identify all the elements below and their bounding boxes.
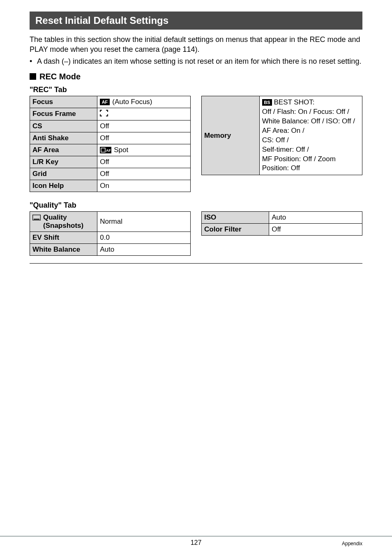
- rec-mode-heading: REC Mode: [30, 72, 362, 81]
- table-row: Grid Off: [30, 168, 191, 180]
- cell-value: AF (Auto Focus): [97, 96, 191, 108]
- rec-left-table: Focus AF (Auto Focus) Focus Frame: [30, 96, 191, 192]
- table-row: ISO Auto: [202, 211, 362, 223]
- table-row: AF Area AF Spot: [30, 144, 191, 156]
- cell-label: Icon Help: [30, 180, 97, 192]
- table-row: Focus Frame: [30, 108, 191, 120]
- intro-text: The tables in this section show the init…: [30, 35, 362, 55]
- svg-text:BS: BS: [264, 100, 270, 105]
- rec-right-col: Memory BS BEST SHOT: Off / Flash: On / F…: [201, 96, 362, 176]
- cell-value: Normal: [97, 211, 191, 232]
- cell-value: BS BEST SHOT: Off / Flash: On / Focus: O…: [259, 96, 362, 175]
- divider: [30, 263, 362, 264]
- cell-label: Focus: [30, 96, 97, 108]
- square-icon: [30, 73, 36, 80]
- table-row: White Balance Auto: [30, 243, 191, 255]
- cell-value: Off: [97, 120, 191, 132]
- rec-left-col: Focus AF (Auto Focus) Focus Frame: [30, 96, 191, 192]
- svg-text:AF: AF: [102, 100, 108, 104]
- cell-value: Off: [97, 132, 191, 144]
- cell-value: Auto: [97, 243, 191, 255]
- cell-label: Anti Shake: [30, 132, 97, 144]
- cell-label: L/R Key: [30, 156, 97, 168]
- rec-right-table: Memory BS BEST SHOT: Off / Flash: On / F…: [201, 96, 362, 176]
- section-banner: Reset Initial Default Settings: [30, 12, 362, 30]
- quality-right-table: ISO Auto Color Filter Off: [201, 211, 362, 236]
- cell-value: AF Spot: [97, 144, 191, 156]
- cell-label: Quality (Snapshots): [30, 211, 97, 232]
- quality-tables: Quality (Snapshots) Normal EV Shift 0.0 …: [30, 211, 362, 256]
- table-row: Focus AF (Auto Focus): [30, 96, 191, 108]
- cell-text: Spot: [114, 146, 128, 154]
- rec-mode-label: REC Mode: [39, 72, 81, 81]
- cell-label: Focus Frame: [30, 108, 97, 120]
- table-row: Memory BS BEST SHOT: Off / Flash: On / F…: [202, 96, 362, 175]
- svg-rect-8: [34, 219, 39, 220]
- cell-value: [97, 108, 191, 120]
- table-row: Anti Shake Off: [30, 132, 191, 144]
- cell-value: Off: [269, 223, 362, 235]
- page-footer: 127 Appendix: [0, 536, 392, 549]
- focus-frame-icon: [100, 110, 108, 116]
- rec-tab-heading: "REC" Tab: [30, 86, 362, 94]
- footer-section: Appendix: [342, 541, 362, 546]
- table-row: EV Shift 0.0: [30, 232, 191, 243]
- cell-label: White Balance: [30, 243, 97, 255]
- cell-value: Off: [97, 168, 191, 180]
- svg-text:AF: AF: [106, 148, 111, 153]
- spot-icon: AF: [100, 147, 111, 153]
- quality-right-col: ISO Auto Color Filter Off: [201, 211, 362, 236]
- cell-value: On: [97, 180, 191, 192]
- cell-label: EV Shift: [30, 232, 97, 243]
- memory-first-line: BEST SHOT:: [272, 98, 315, 106]
- quality-left-table: Quality (Snapshots) Normal EV Shift 0.0 …: [30, 211, 191, 256]
- page: Reset Initial Default Settings The table…: [0, 0, 392, 558]
- cell-value: Off: [97, 156, 191, 168]
- af-icon: AF: [100, 99, 110, 105]
- bullet-note: • A dash (–) indicates an item whose set…: [30, 56, 362, 66]
- cell-label: Color Filter: [202, 223, 269, 235]
- rec-tables: Focus AF (Auto Focus) Focus Frame: [30, 96, 362, 192]
- table-row: Quality (Snapshots) Normal: [30, 211, 191, 232]
- table-row: CS Off: [30, 120, 191, 132]
- table-row: Color Filter Off: [202, 223, 362, 235]
- cell-text: (Auto Focus): [112, 98, 152, 106]
- cell-label: Grid: [30, 168, 97, 180]
- table-row: Icon Help On: [30, 180, 191, 192]
- cell-value: 0.0: [97, 232, 191, 243]
- quality-left-col: Quality (Snapshots) Normal EV Shift 0.0 …: [30, 211, 191, 256]
- bullet-text: A dash (–) indicates an item whose setti…: [37, 56, 361, 66]
- cell-label: ISO: [202, 211, 269, 223]
- snapshot-icon: [32, 215, 41, 220]
- cell-label-text: Quality (Snapshots): [43, 213, 95, 230]
- table-row: L/R Key Off: [30, 156, 191, 168]
- bs-icon: BS: [262, 99, 272, 106]
- cell-label: AF Area: [30, 144, 97, 156]
- cell-label: Memory: [202, 96, 260, 175]
- quality-tab-heading: "Quality" Tab: [30, 201, 362, 210]
- memory-lines: Off / Flash: On / Focus: Off / White Bal…: [262, 108, 355, 172]
- cell-value: Auto: [269, 211, 362, 223]
- page-number: 127: [191, 539, 202, 546]
- cell-label: CS: [30, 120, 97, 132]
- bullet-marker: •: [30, 56, 37, 66]
